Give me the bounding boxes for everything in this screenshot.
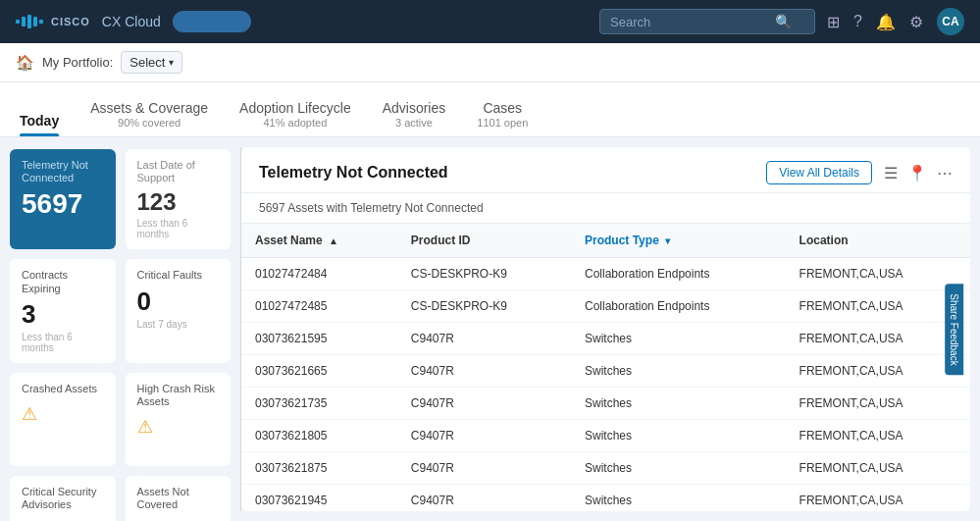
table-row[interactable]: 03073621595 C9407R Switches FREMONT,CA,U… (241, 323, 970, 355)
col-product-type[interactable]: Product Type ▾ (571, 224, 786, 258)
table-row[interactable]: 03073621665 C9407R Switches FREMONT,CA,U… (241, 355, 970, 388)
tab-cases-label: Cases (483, 100, 522, 116)
gear-icon[interactable]: ⚙ (909, 13, 923, 31)
home-icon[interactable]: 🏠 (16, 54, 34, 72)
cisco-text: CISCO (51, 16, 90, 27)
svg-rect-4 (39, 20, 43, 24)
search-bar[interactable]: 🔍 (599, 9, 815, 34)
contracts-label: Contracts Expiring (22, 269, 104, 294)
search-input[interactable] (610, 15, 767, 29)
cell-product-type: Switches (571, 420, 786, 452)
cell-location: FREMONT,CA,USA (786, 290, 970, 323)
table-row[interactable]: 01027472485 CS-DESKPRO-K9 Collaboration … (241, 290, 970, 323)
tab-cases[interactable]: Cases 1101 open (477, 100, 528, 136)
cell-product-type: Switches (571, 388, 786, 420)
tab-today[interactable]: Today (20, 113, 59, 136)
tab-assets[interactable]: Assets & Coverage 90% covered (90, 100, 208, 136)
cell-location: FREMONT,CA,USA (786, 388, 970, 420)
col-asset-name[interactable]: Asset Name ▲ (241, 224, 397, 258)
bell-icon[interactable]: 🔔 (876, 13, 896, 31)
cell-location: FREMONT,CA,USA (786, 452, 970, 485)
last-date-sub: Less than 6 months (137, 218, 220, 239)
cell-location: FREMONT,CA,USA (786, 420, 970, 452)
contracts-card[interactable]: Contracts Expiring 3 Less than 6 months (10, 259, 116, 362)
cell-location: FREMONT,CA,USA (786, 485, 970, 512)
help-icon[interactable]: ? (853, 13, 862, 30)
last-date-value: 123 (137, 188, 220, 216)
critical-security-value: 0 (22, 515, 104, 521)
location-icon[interactable]: 📍 (907, 164, 927, 182)
portfolio-label: My Portfolio: (42, 55, 113, 70)
assets-table: Asset Name ▲ Product ID Product Type ▾ L… (241, 224, 970, 511)
critical-faults-label: Critical Faults (137, 269, 220, 282)
cell-product-id: C9407R (397, 485, 571, 512)
app-title: CX Cloud (102, 14, 161, 29)
cell-product-id: CS-DESKPRO-K9 (397, 290, 571, 323)
nav-icons: ⊞ ? 🔔 ⚙ CA (827, 8, 964, 35)
left-sidebar: Telemetry Not Connected 5697 Last Date o… (0, 137, 240, 521)
cell-location: FREMONT,CA,USA (786, 258, 970, 290)
cell-product-type: Switches (571, 355, 786, 388)
svg-rect-1 (22, 17, 26, 26)
portfolio-bar: 🏠 My Portfolio: Select ▾ (0, 43, 980, 82)
cell-product-type: Switches (571, 452, 786, 485)
tab-assets-sub: 90% covered (118, 117, 181, 129)
tab-adoption[interactable]: Adoption Lifecycle 41% adopted (239, 100, 351, 136)
cell-location: FREMONT,CA,USA (786, 323, 970, 355)
search-icon: 🔍 (775, 14, 792, 29)
nav-pill[interactable] (173, 11, 251, 32)
list-icon[interactable]: ☰ (884, 164, 898, 182)
table-row[interactable]: 01027472484 CS-DESKPRO-K9 Collaboration … (241, 258, 970, 290)
critical-faults-value: 0 (137, 287, 220, 317)
critical-security-label: Critical Security Advisories (22, 486, 104, 511)
sort-arrow-asset: ▲ (329, 235, 338, 246)
tab-today-label: Today (20, 113, 59, 129)
cell-product-id: C9407R (397, 323, 571, 355)
tab-adoption-label: Adoption Lifecycle (239, 100, 351, 116)
portfolio-select-label: Select (129, 55, 165, 70)
assets-not-covered-card[interactable]: Assets Not Covered 584 (126, 476, 232, 521)
warning-icon-crashed: ⚠ (22, 403, 104, 425)
top-nav: CISCO CX Cloud 🔍 ⊞ ? 🔔 ⚙ CA (0, 0, 980, 43)
feedback-tab[interactable]: Share Feedback (945, 284, 963, 375)
view-all-button[interactable]: View All Details (766, 161, 872, 184)
sidebar-top-row: Telemetry Not Connected 5697 Last Date o… (10, 149, 231, 249)
panel-header: Telemetry Not Connected View All Details… (241, 147, 970, 193)
more-options-icon[interactable]: ⋯ (937, 164, 953, 182)
panel-title: Telemetry Not Connected (259, 164, 766, 182)
col-location[interactable]: Location (786, 224, 970, 258)
col-product-id[interactable]: Product ID (397, 224, 571, 258)
critical-faults-sub: Last 7 days (137, 319, 220, 330)
last-date-card[interactable]: Last Date of Support 123 Less than 6 mon… (126, 149, 232, 249)
svg-rect-3 (33, 17, 37, 26)
telemetry-value: 5697 (22, 188, 104, 220)
cell-product-type: Collaboration Endpoints (571, 290, 786, 323)
panel-subtitle: 5697 Assets with Telemetry Not Connected (241, 193, 970, 224)
main-tabs: Today Assets & Coverage 90% covered Adop… (0, 82, 980, 137)
crashed-assets-card[interactable]: Crashed Assets ⚠ (10, 373, 116, 466)
tab-cases-sub: 1101 open (477, 117, 528, 129)
avatar[interactable]: CA (937, 8, 964, 35)
grid-icon[interactable]: ⊞ (827, 13, 840, 31)
last-date-label: Last Date of Support (137, 159, 220, 184)
critical-faults-card[interactable]: Critical Faults 0 Last 7 days (126, 259, 232, 362)
critical-security-card[interactable]: Critical Security Advisories 0 (10, 476, 116, 521)
data-table: Asset Name ▲ Product ID Product Type ▾ L… (241, 224, 970, 511)
cell-asset-name: 03073621735 (241, 388, 397, 420)
table-row[interactable]: 03073621945 C9407R Switches FREMONT,CA,U… (241, 485, 970, 512)
cell-product-id: CS-DESKPRO-K9 (397, 258, 571, 290)
table-row[interactable]: 03073621805 C9407R Switches FREMONT,CA,U… (241, 420, 970, 452)
cell-asset-name: 01027472485 (241, 290, 397, 323)
tab-advisories[interactable]: Advisories 3 active (383, 100, 446, 136)
high-crash-risk-card[interactable]: High Crash Risk Assets ⚠ (126, 373, 232, 466)
chevron-down-icon: ▾ (169, 57, 174, 68)
cell-asset-name: 03073621665 (241, 355, 397, 388)
warning-icon-crash-risk: ⚠ (137, 416, 220, 438)
portfolio-select[interactable]: Select ▾ (121, 51, 182, 74)
table-row[interactable]: 03073621875 C9407R Switches FREMONT,CA,U… (241, 452, 970, 485)
cell-asset-name: 03073621945 (241, 485, 397, 512)
telemetry-card[interactable]: Telemetry Not Connected 5697 (10, 149, 116, 249)
cell-location: FREMONT,CA,USA (786, 355, 970, 388)
table-row[interactable]: 03073621735 C9407R Switches FREMONT,CA,U… (241, 388, 970, 420)
cell-product-id: C9407R (397, 388, 571, 420)
